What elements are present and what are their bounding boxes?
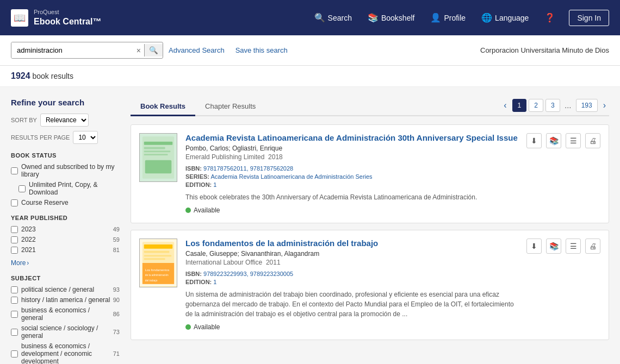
available-label-0: Available (194, 206, 220, 214)
year-2023-checkbox[interactable] (11, 226, 18, 233)
year-row-2021: 2021 81 (11, 246, 120, 254)
available-label-1: Available (194, 323, 220, 331)
book-actions-0: ⬇ 📚 ☰ 🖨 (526, 133, 600, 215)
subject-row-2: business & economics / general 86 (11, 306, 120, 322)
series-value-0[interactable]: Academia Revista Latinoamericana de Admi… (210, 173, 372, 180)
edition-label-0: EDITION: (185, 181, 212, 188)
profile-nav-icon: 👤 (430, 12, 441, 23)
subject-polsci-label[interactable]: political science / general (21, 286, 94, 293)
subject-bizdev-label[interactable]: business & economics / development / eco… (21, 342, 113, 364)
tab-book-results[interactable]: Book Results (131, 98, 195, 116)
search-bar-area: × 🔍 Advanced Search Save this search Cor… (0, 35, 620, 66)
year-2021-label[interactable]: 2021 (21, 246, 36, 254)
page-btn-3[interactable]: 3 (545, 99, 560, 112)
page-btn-last[interactable]: 193 (576, 99, 598, 112)
subject-bizdev-checkbox[interactable] (11, 350, 18, 357)
year-2023-label[interactable]: 2023 (21, 225, 36, 233)
language-nav-icon: 🌐 (481, 12, 492, 23)
year-section: YEAR PUBLISHED 2023 49 2022 59 2021 (11, 215, 120, 267)
search-links: Advanced Search Save this search (169, 46, 288, 54)
list-icon-0[interactable]: ☰ (566, 133, 581, 148)
subject-biz-label[interactable]: business & economics / general (21, 306, 113, 322)
book-title-1[interactable]: Los fondamentos de la administración del… (185, 239, 518, 248)
nav-profile[interactable]: 👤 Profile (424, 8, 472, 27)
nav-language-label: Language (495, 14, 529, 22)
svg-text:del trabajo: del trabajo (145, 279, 158, 282)
nav-bookshelf[interactable]: 📚 Bookshelf (361, 8, 421, 27)
available-dot-1 (185, 324, 191, 330)
nav-search[interactable]: 🔍 Search (308, 8, 358, 27)
svg-rect-5 (144, 154, 168, 155)
edition-label-1: EDITION: (185, 279, 212, 285)
sort-row: SORT BY Relevance Date Title (11, 114, 120, 127)
filter-owned: Owned and subscribed to by my library (11, 163, 120, 178)
year-2023-count: 49 (113, 226, 120, 233)
book-edition-1: EDITION: 1 (185, 279, 518, 285)
nav-help[interactable]: ❓ (538, 8, 562, 27)
sort-select[interactable]: Relevance Date Title (40, 114, 89, 127)
app-header: 📖 ProQuest Ebook Central™ 🔍 Search 📚 Boo… (0, 0, 620, 35)
bookshelf-icon-1[interactable]: 📚 (546, 239, 561, 254)
year-2021-checkbox[interactable] (11, 247, 18, 254)
year-2022-label[interactable]: 2022 (21, 236, 36, 243)
subject-polsci-checkbox[interactable] (11, 286, 18, 293)
results-label: book results (32, 72, 73, 80)
book-info-1: Los fondamentos de la administración del… (185, 239, 518, 331)
book-publisher-name-0: Emerald Publishing Limited (185, 153, 264, 161)
tabs-row: Book Results Chapter Results ‹ 1 2 3 … 1… (131, 98, 609, 116)
pagination-prev[interactable]: ‹ (500, 99, 510, 111)
svg-text:de la administración: de la administración (145, 274, 169, 277)
bookshelf-nav-icon: 📚 (368, 12, 379, 23)
isbn-value-0[interactable]: 9781787562011, 9781787562028 (203, 165, 293, 172)
year-more-link[interactable]: More › (11, 259, 29, 267)
search-go-button[interactable]: 🔍 (144, 44, 163, 57)
year-section-label: YEAR PUBLISHED (11, 215, 120, 221)
book-edition-0: EDITION: 1 (185, 181, 518, 188)
pagination-next[interactable]: › (600, 99, 609, 111)
subject-bizdev-count: 71 (113, 350, 120, 357)
year-row-2023: 2023 49 (11, 225, 120, 233)
page-btn-2[interactable]: 2 (529, 99, 543, 112)
filter-course-reserve-label[interactable]: Course Reserve (21, 199, 69, 206)
svg-rect-10 (144, 251, 170, 253)
search-clear-button[interactable]: × (133, 44, 144, 57)
advanced-search-link[interactable]: Advanced Search (169, 46, 225, 54)
logo-text: ProQuest Ebook Central™ (34, 9, 101, 26)
subject-biz-checkbox[interactable] (11, 311, 18, 318)
print-icon-0[interactable]: 🖨 (585, 133, 600, 148)
print-icon-1[interactable]: 🖨 (585, 239, 600, 254)
isbn-value-1[interactable]: 9789223229993, 9789223230005 (203, 271, 293, 277)
filter-course-reserve-checkbox[interactable] (11, 199, 18, 206)
nav-language[interactable]: 🌐 Language (475, 8, 535, 27)
subject-socscience-label[interactable]: social science / sociology / general (21, 324, 113, 340)
svg-rect-11 (144, 255, 172, 256)
page-btn-1[interactable]: 1 (512, 99, 527, 112)
download-icon-0[interactable]: ⬇ (526, 133, 542, 148)
main-layout: Refine your search SORT BY Relevance Dat… (0, 87, 620, 364)
tab-chapter-results[interactable]: Chapter Results (195, 98, 265, 116)
svg-rect-9 (144, 244, 172, 249)
year-2022-checkbox[interactable] (11, 236, 18, 243)
sign-in-button[interactable]: Sign In (569, 10, 609, 26)
subject-section-label: SUBJECT (11, 275, 120, 281)
filter-course-reserve: Course Reserve (11, 199, 120, 206)
bookshelf-icon-0[interactable]: 📚 (546, 133, 561, 148)
subject-row-4: business & economics / development / eco… (11, 342, 120, 364)
book-actions-1: ⬇ 📚 ☰ 🖨 (526, 239, 600, 331)
subject-history-label[interactable]: history / latin america / general (21, 296, 110, 304)
filter-owned-checkbox[interactable] (11, 167, 18, 174)
filter-owned-label[interactable]: Owned and subscribed to by my library (21, 163, 120, 178)
download-icon-1[interactable]: ⬇ (526, 239, 542, 254)
book-title-0[interactable]: Academia Revista Latinoamericana de Admi… (185, 133, 518, 142)
per-page-select[interactable]: 10 25 50 (73, 131, 98, 144)
subject-socscience-checkbox[interactable] (11, 329, 18, 336)
filter-unlimited-label[interactable]: Unlimited Print, Copy, & Download (29, 181, 120, 196)
book-info-0: Academia Revista Latinoamericana de Admi… (185, 133, 518, 215)
book-result-1: Los fondamentos de la administración del… (131, 230, 609, 340)
filter-unlimited-checkbox[interactable] (18, 185, 26, 192)
subject-history-checkbox[interactable] (11, 297, 18, 304)
search-go-icon: 🔍 (149, 46, 158, 54)
search-input[interactable] (11, 42, 133, 58)
list-icon-1[interactable]: ☰ (566, 239, 581, 254)
save-search-link[interactable]: Save this search (235, 46, 288, 54)
